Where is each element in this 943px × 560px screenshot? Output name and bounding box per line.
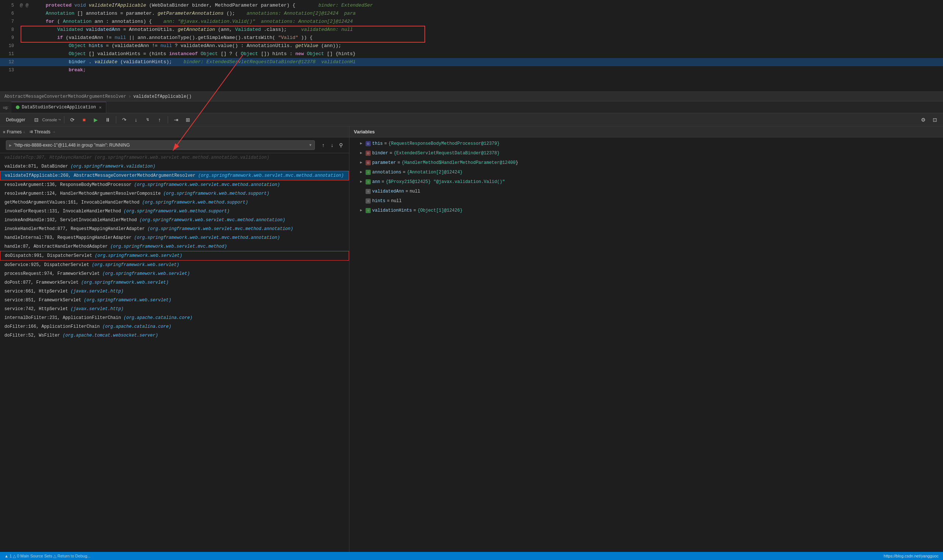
var-item-parameter[interactable]: ▶ ⊝ parameter = {HandlerMethod$HandlerMe… [349, 158, 943, 168]
evaluate-btn[interactable]: ⊞ [183, 115, 193, 124]
stack-frames-list[interactable]: validateTcp:307, HttpAsyncHandler (org.s… [0, 153, 349, 560]
expand-this[interactable]: ▶ [358, 141, 364, 147]
expand-parameter[interactable]: ▶ [358, 160, 364, 166]
debug-tab-bar: ug: DataStudioServiceApplication ✕ [0, 102, 943, 113]
var-icon-this: ⊝ [366, 141, 371, 146]
frames-threads-header: ≡ Frames ↓ ⇉ Threads → [0, 126, 349, 137]
stack-frame-item[interactable]: resolveArgument:136, ResponseBodyMethodP… [0, 180, 349, 189]
session-tab[interactable]: DataStudioServiceApplication ✕ [11, 102, 106, 113]
toolbar-separator-1 [64, 116, 64, 123]
layout-btn[interactable]: ⊡ [930, 115, 940, 124]
var-item-annotations[interactable]: ▶ ≡ annotations = {Annotation[2]@12424} [349, 168, 943, 177]
force-step-into-btn[interactable]: ↯ [143, 115, 153, 124]
frames-header-item[interactable]: ≡ Frames ↓ [3, 129, 25, 134]
code-line-7: 7 for ( Annotation ann : annotations) { … [0, 18, 943, 26]
breadcrumb-class[interactable]: AbstractMessageConverterMethodArgumentRe… [5, 94, 126, 99]
stack-frame-item[interactable]: doService:925, DispatcherServlet (org.sp… [0, 260, 349, 269]
var-item-validationHints[interactable]: ▶ ≡ validationHints = {Object[1]@12426} [349, 206, 943, 215]
session-tab-label: DataStudioServiceApplication [22, 105, 96, 110]
var-item-hints[interactable]: ▶ ≡ hints = null [349, 196, 943, 206]
expand-binder[interactable]: ▶ [358, 150, 364, 156]
variables-panel: Variables ▶ ⊝ this = {RequestResponseBod… [349, 126, 943, 560]
thread-selector-row: ▶ "http-nio-8888-exec-1"@11,448 in group… [0, 137, 349, 153]
debug-toolbar: Debugger ⊟ Console ↪ ⟳ ■ ▶ ⏸ ↷ ↓ ↯ ↑ ⇥ ⊞… [0, 113, 943, 126]
code-line-5: 5 @ @ protected void validateIfApplicabl… [0, 2, 943, 9]
var-icon-parameter: ⊝ [366, 160, 371, 165]
threads-label: Threads [34, 129, 50, 134]
thread-dropdown[interactable]: ▶ "http-nio-8888-exec-1"@11,448 in group… [6, 140, 315, 150]
status-right: https://blog.csdn.net/yangguoc [884, 554, 938, 558]
var-icon-validatedAnn: ≡ [366, 189, 371, 194]
stack-frame-dodispatch[interactable]: doDispatch:991, DispatcherServlet (org.s… [0, 251, 349, 260]
var-icon-hints: ≡ [366, 198, 371, 203]
expand-annotations[interactable]: ▶ [358, 169, 364, 175]
step-into-btn[interactable]: ↓ [131, 115, 141, 124]
variables-title: Variables [354, 129, 375, 134]
resume-btn[interactable]: ▶ [91, 115, 101, 124]
var-item-this[interactable]: ▶ ⊝ this = {RequestResponseBodyMethodPro… [349, 139, 943, 148]
status-bar: ▲ 1 △ 0 Main Source Sets △ Return to Deb… [0, 552, 943, 560]
threads-icon: ⇉ [29, 129, 33, 134]
code-editor: 5 @ @ protected void validateIfApplicabl… [0, 0, 943, 92]
code-line-12: 12 binder . validate (validationHints); … [0, 58, 943, 66]
expand-ann[interactable]: ▶ [358, 179, 364, 185]
rerun-btn[interactable]: ⟳ [67, 115, 77, 124]
frames-label: Frames [7, 129, 22, 134]
var-icon-validationHints: ≡ [366, 208, 371, 213]
breadcrumb: AbstractMessageConverterMethodArgumentRe… [0, 92, 943, 102]
thread-up-btn[interactable]: ↑ [319, 141, 327, 149]
stack-frame-item[interactable]: validate:871, DataBinder (org.springfram… [0, 162, 349, 171]
stack-frame-item[interactable]: doFilter:52, WsFilter (org.apache.tomcat… [0, 331, 349, 340]
stack-frame-item[interactable]: internalDoFilter:231, ApplicationFilterC… [0, 314, 349, 322]
toolbar-separator-3 [168, 116, 168, 123]
thread-down-btn[interactable]: ↓ [328, 141, 336, 149]
var-icon-ann: ≡ [366, 179, 371, 185]
frames-panel: ≡ Frames ↓ ⇉ Threads → ▶ "http-nio-8888-… [0, 126, 349, 560]
stop-btn[interactable]: ■ [79, 115, 90, 124]
stack-frame-item[interactable]: handle:87, AbstractHandlerMethodAdapter … [0, 242, 349, 251]
code-line-9: 9 if (validatedAnn != null || ann.annota… [0, 34, 943, 42]
variables-list: ▶ ⊝ this = {RequestResponseBodyMethodPro… [349, 137, 943, 560]
var-icon-binder: ⊝ [366, 151, 371, 156]
debugger-label[interactable]: Debugger [3, 117, 28, 122]
expand-validationHints[interactable]: ▶ [358, 208, 364, 214]
thread-selector-label: "http-nio-8888-exec-1"@11,448 in group "… [14, 143, 130, 148]
code-line-6: 6 Annotation [] annotations = parameter.… [0, 9, 943, 18]
pause-btn[interactable]: ⏸ [103, 115, 113, 124]
stack-frame-item[interactable]: validateTcp:307, HttpAsyncHandler (org.s… [0, 153, 349, 162]
stack-frame-item[interactable]: doFilter:166, ApplicationFilterChain (or… [0, 322, 349, 331]
session-indicator [16, 105, 20, 109]
step-out-btn[interactable]: ↑ [154, 115, 165, 124]
close-tab-icon[interactable]: ✕ [99, 105, 102, 110]
stack-frame-item[interactable]: processRequest:974, FrameworkServlet (or… [0, 269, 349, 278]
breadcrumb-method[interactable]: validateIfApplicable() [133, 94, 191, 99]
var-value-validatedAnn: null [410, 188, 420, 195]
step-over-btn[interactable]: ↷ [119, 115, 130, 124]
var-item-binder[interactable]: ▶ ⊝ binder = {ExtendedServletRequestData… [349, 148, 943, 158]
stack-frame-item[interactable]: doPost:877, FrameworkServlet (org.spring… [0, 278, 349, 287]
run-to-cursor-btn[interactable]: ⇥ [171, 115, 181, 124]
stack-frame-selected[interactable]: validateIfApplicable:260, AbstractMessag… [0, 171, 349, 180]
var-item-ann[interactable]: ▶ ≡ ann = {$Proxy215@12425} "@javax.vali… [349, 177, 943, 187]
console-btn[interactable]: ⊟ [31, 115, 42, 124]
stack-frame-item[interactable]: getMethodArgumentValues:161, InvocableHa… [0, 198, 349, 207]
stack-frame-item[interactable]: service:661, HttpServlet (javax.servlet.… [0, 287, 349, 296]
threads-header-item[interactable]: ⇉ Threads → [29, 129, 56, 134]
var-value-hints: null [391, 197, 401, 205]
stack-frame-item[interactable]: resolveArgument:124, HandlerMethodArgume… [0, 189, 349, 198]
settings-btn[interactable]: ⚙ [918, 115, 928, 124]
stack-frame-item[interactable]: service:742, HttpServlet (javax.servlet.… [0, 305, 349, 314]
var-item-validatedAnn[interactable]: ▶ ≡ validatedAnn = null [349, 187, 943, 196]
thread-filter-btn[interactable]: ⚲ [337, 141, 345, 149]
stack-frame-item[interactable]: invokeAndHandle:102, ServletInvocableHan… [0, 216, 349, 225]
stack-frame-item[interactable]: invokeForRequest:131, InvocableHandlerMe… [0, 207, 349, 216]
stack-frame-item[interactable]: handleInternal:783, RequestMappingHandle… [0, 233, 349, 242]
thread-dropdown-arrow: ▼ [309, 143, 312, 147]
var-icon-annotations: ≡ [366, 170, 371, 175]
stack-frame-item[interactable]: invokeHandlerMethod:877, RequestMappingH… [0, 225, 349, 233]
code-line-10: 10 Object hints = (validatedAnn != null … [0, 42, 943, 50]
toolbar-separator-2 [116, 116, 116, 123]
code-line-13: 13 break; [0, 66, 943, 74]
stack-frame-item[interactable]: service:851, FrameworkServlet (org.sprin… [0, 296, 349, 305]
debug-main: ≡ Frames ↓ ⇉ Threads → ▶ "http-nio-8888-… [0, 126, 943, 560]
